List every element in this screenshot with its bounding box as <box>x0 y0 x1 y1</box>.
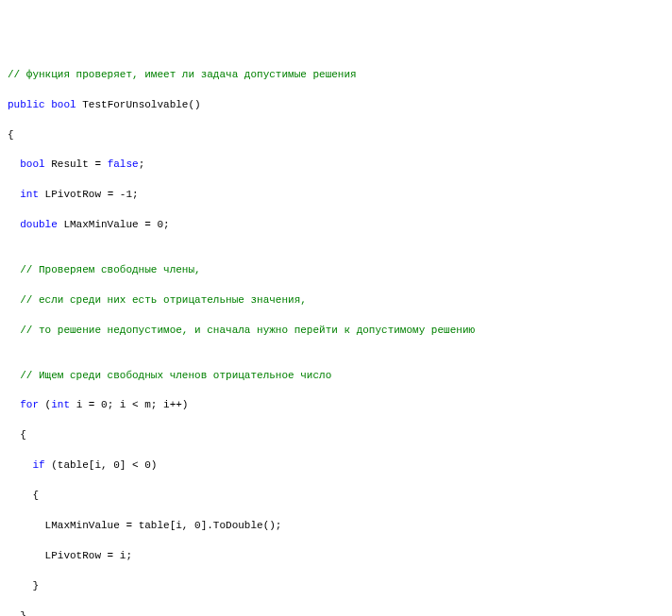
code-line: if (table[i, 0] < 0) <box>8 458 672 474</box>
comment-token: // если среди них есть отрицательные зна… <box>20 294 307 306</box>
code-token: } <box>20 610 26 617</box>
code-line: // если среди них есть отрицательные зна… <box>8 293 672 308</box>
code-line: { <box>8 128 672 143</box>
code-line: } <box>8 609 672 617</box>
code-line: { <box>8 428 672 443</box>
keyword-token: bool <box>51 99 76 110</box>
keyword-token: if <box>32 459 44 471</box>
code-line: { <box>8 489 672 504</box>
keyword-token: false <box>108 158 139 170</box>
code-line: } <box>8 579 672 594</box>
code-token: { <box>20 429 26 441</box>
code-token: LMaxMinValue = 0; <box>58 219 170 230</box>
comment-token: // Проверяем свободные члены, <box>20 264 200 275</box>
code-token: LPivotRow = i; <box>45 550 132 561</box>
keyword-token: bool <box>20 158 44 170</box>
code-token: } <box>32 580 39 591</box>
code-line: double LMaxMinValue = 0; <box>8 218 672 233</box>
code-token: i = 0; i < m; i++) <box>70 399 188 410</box>
code-line: LMaxMinValue = table[i, 0].ToDouble(); <box>8 519 672 534</box>
code-token: (table[i, 0] < 0) <box>45 459 158 471</box>
code-token: LMaxMinValue = table[i, 0].ToDouble(); <box>45 520 282 531</box>
code-token: LPivotRow = -1; <box>39 189 139 200</box>
code-token: TestForUnsolvable() <box>76 99 201 110</box>
code-line: // то решение недопустимое, и сначала ну… <box>8 324 672 339</box>
code-line: // функция проверяет, имеет ли задача до… <box>8 68 672 83</box>
comment-token: // то решение недопустимое, и сначала ну… <box>20 325 475 336</box>
code-token: { <box>8 129 14 141</box>
keyword-token: for <box>20 399 39 410</box>
code-line: for (int i = 0; i < m; i++) <box>8 398 672 413</box>
code-token: { <box>32 490 39 501</box>
code-token: Result = <box>45 158 108 170</box>
comment-token: // функция проверяет, имеет ли задача до… <box>8 69 357 80</box>
code-token: ; <box>139 158 145 170</box>
code-line: LPivotRow = i; <box>8 549 672 564</box>
code-line: // Проверяем свободные члены, <box>8 263 672 278</box>
code-line: public bool TestForUnsolvable() <box>8 98 672 113</box>
code-line: bool Result = false; <box>8 158 672 173</box>
code-editor[interactable]: // функция проверяет, имеет ли задача до… <box>8 68 672 616</box>
keyword-token: double <box>20 219 58 230</box>
code-line: // Ищем среди свободных членов отрицател… <box>8 369 672 384</box>
keyword-token: int <box>51 399 70 410</box>
comment-token: // Ищем среди свободных членов отрицател… <box>20 370 331 381</box>
code-token: ( <box>39 399 51 410</box>
keyword-token: public <box>8 99 45 110</box>
code-line: int LPivotRow = -1; <box>8 188 672 203</box>
keyword-token: int <box>20 189 39 200</box>
